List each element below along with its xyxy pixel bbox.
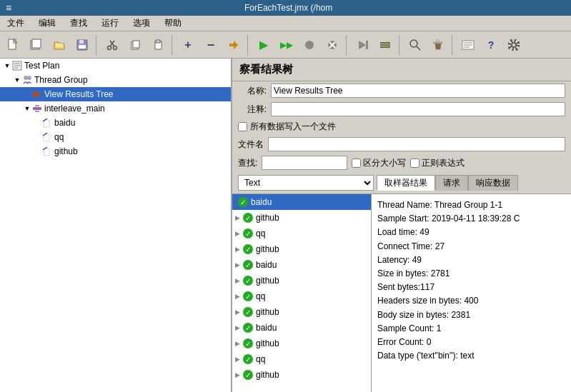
result-item[interactable]: ▶✓github [232,367,371,383]
content-line: Data type ('text''bin''): text [377,349,565,363]
menu-options[interactable]: 选项 [129,16,154,31]
stop-now-button[interactable] [322,34,343,56]
search-button[interactable] [404,34,426,56]
expand-arrow-thread: ▼ [13,76,21,84]
result-item[interactable]: ▶✓github [232,304,371,320]
tree-item-viewresults[interactable]: View Results Tree [0,87,231,101]
filename-input[interactable] [268,137,565,151]
result-expand-arrow: ▶ [235,293,240,300]
clear-button[interactable] [427,34,449,56]
paste-button[interactable] [147,34,169,56]
result-status-icon: ✓ [243,338,253,348]
result-item[interactable]: ▶✓qq [232,351,371,367]
result-item[interactable]: ▶✓qq [232,288,371,304]
baidu-icon [41,117,53,129]
svg-rect-15 [156,40,160,43]
tab-sampler-result[interactable]: 取样器结果 [377,175,435,191]
toolbar: + − ▶ ▶▶ ? [0,31,571,59]
help-button[interactable]: ? [480,34,502,56]
system-icon[interactable]: ≡ [6,2,11,14]
file-write-label: 所有数据写入一个文件 [250,121,336,133]
remote-start-all-button[interactable] [374,34,396,56]
new-button[interactable] [3,34,24,56]
svg-marker-43 [34,91,41,98]
regex-label[interactable]: 正则表达式 [410,157,465,169]
result-item[interactable]: ✓baidu [232,194,371,210]
text-dropdown[interactable]: Text [238,175,374,191]
stop-button[interactable] [299,34,320,56]
menu-run[interactable]: 运行 [97,16,123,31]
regex-checkbox[interactable] [410,159,419,168]
result-item[interactable]: ▶✓github [232,336,371,351]
result-expand-arrow: ▶ [235,356,240,363]
remove-button[interactable]: − [200,34,222,56]
window-title: ForEachTest.jmx (/hom [244,3,332,13]
svg-rect-4 [56,44,63,47]
comment-input[interactable] [271,102,565,116]
comment-label: 注释: [238,104,267,116]
show-log-button[interactable] [457,34,479,56]
svg-point-36 [510,41,518,49]
tree-item-interleave[interactable]: ▼ interleave_main [0,101,231,116]
content-panel: Thread Name: Thread Group 1-1Sample Star… [372,194,571,392]
copy-button[interactable] [124,34,146,56]
result-expand-arrow: ▶ [235,230,240,237]
menu-edit[interactable]: 编辑 [34,16,60,31]
tree-item-threadgroup[interactable]: ▼ Thread Group [0,73,231,87]
content-line: Error Count: 0 [377,336,565,349]
expand-arrow-interleave: ▼ [23,104,31,113]
expand-arrow-baidu [33,119,41,127]
result-item[interactable]: ▶✓github [232,241,371,257]
case-sensitive-checkbox[interactable] [352,159,361,168]
menu-find[interactable]: 查找 [66,16,91,31]
search-input[interactable] [262,156,347,170]
open-button[interactable] [49,34,70,56]
result-item[interactable]: ▶✓github [232,210,371,226]
result-label: qq [256,228,265,238]
filename-label: 文件名 [238,139,264,151]
sep3 [247,35,250,55]
copy-paste-button[interactable] [223,34,244,56]
tree-item-baidu[interactable]: baidu [0,116,231,130]
tab-response-data[interactable]: 响应数据 [468,175,518,191]
result-expand-arrow: ▶ [235,246,240,253]
tab-request[interactable]: 请求 [435,175,468,191]
add-button[interactable]: + [177,34,199,56]
tree-item-testplan[interactable]: ▼ Test Plan [0,59,231,73]
baidu-label: baidu [54,118,75,128]
cut-button[interactable] [101,34,123,56]
open-template-button[interactable] [26,34,47,56]
content-line: Body size in bytes: 2381 [377,308,565,322]
save-button[interactable] [71,34,93,56]
case-sensitive-label[interactable]: 区分大小写 [352,157,406,169]
file-write-checkbox[interactable] [238,122,247,131]
svg-rect-13 [133,41,139,48]
settings-button[interactable] [503,34,525,56]
tree-item-qq[interactable]: qq [0,130,231,144]
name-input[interactable] [271,84,565,98]
svg-rect-45 [33,107,41,110]
remote-start-button[interactable] [352,34,373,56]
result-item[interactable]: ▶✓github [232,273,371,288]
svg-point-27 [410,40,417,47]
result-label: github [256,307,279,317]
run-button[interactable]: ▶ [253,34,274,56]
result-status-icon: ✓ [243,213,253,223]
menu-file[interactable]: 文件 [3,16,29,31]
svg-point-41 [24,76,28,80]
result-item[interactable]: ▶✓baidu [232,257,371,273]
result-item[interactable]: ▶✓baidu [232,320,371,336]
result-label: qq [256,354,265,364]
content-line: Thread Name: Thread Group 1-1 [377,198,565,212]
menu-help[interactable]: 帮助 [160,16,186,31]
comment-row: 注释: [232,100,571,119]
result-item[interactable]: ▶✓qq [232,226,371,241]
run-no-pause-button[interactable]: ▶▶ [276,34,297,56]
content-line: Connect Time: 27 [377,240,565,253]
svg-rect-46 [44,120,49,127]
tree-item-github[interactable]: github [0,144,231,159]
svg-rect-48 [44,134,49,141]
testplan-icon [11,60,23,71]
svg-rect-50 [44,149,49,156]
svg-point-35 [512,43,516,47]
